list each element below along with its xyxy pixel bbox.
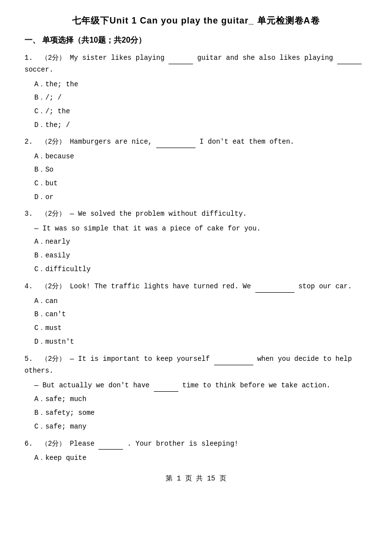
- q2-text-before: Hamburgers are nice,: [70, 138, 156, 146]
- q1-num: 1.: [24, 54, 37, 62]
- question-1-text: 1. （2分） My sister likes playing guitar a…: [24, 52, 368, 76]
- q1-blank1: [169, 64, 193, 64]
- q2-option-a: A．because: [34, 151, 368, 163]
- q5-line2: — But actually we don't have time to thi…: [34, 379, 368, 392]
- q3-option-c: C．difficultly: [34, 264, 368, 276]
- q4-num: 4.: [24, 282, 37, 290]
- q1-blank2: [337, 64, 362, 64]
- q5-dash: — It is important to keep yourself: [70, 355, 210, 363]
- q5-option-c: C．safe; many: [34, 421, 368, 433]
- page-footer: 第 1 页 共 15 页: [24, 474, 368, 483]
- q3-option-b: B．easily: [34, 250, 368, 262]
- q4-option-b: B．can't: [34, 309, 368, 321]
- section-header: 一、 单项选择（共10题；共20分）: [24, 35, 368, 46]
- question-4-text: 4. （2分） Look! The traffic lights have tu…: [24, 280, 368, 293]
- q2-blank1: [156, 148, 196, 148]
- q2-text-after: I don't eat them often.: [199, 138, 294, 146]
- q5-blank1: [214, 353, 253, 365]
- question-5-text: 5. （2分） — It is important to keep yourse…: [24, 353, 368, 377]
- q6-num: 6.: [24, 440, 37, 448]
- footer-page-text: 第 1 页 共 15 页: [166, 475, 226, 482]
- q2-num: 2.: [24, 138, 37, 146]
- q2-option-d: D．or: [34, 192, 368, 203]
- question-6: 6. （2分） Please . Your brother is sleepin…: [24, 438, 368, 465]
- q5-option-b: B．safety; some: [34, 407, 368, 419]
- q3-num: 3.: [24, 210, 37, 218]
- q5-score: （2分）: [41, 355, 66, 363]
- q6-text-after: . Your brother is sleeping!: [127, 440, 239, 448]
- q4-option-c: C．must: [34, 323, 368, 334]
- q2-option-b: B．So: [34, 164, 368, 176]
- q4-score: （2分）: [41, 282, 66, 290]
- q4-text-before: Look! The traffic lights have turned red…: [70, 282, 251, 290]
- q1-text-after: soccer.: [24, 66, 53, 74]
- question-4: 4. （2分） Look! The traffic lights have tu…: [24, 280, 368, 348]
- q1-option-b: B．/; /: [34, 92, 368, 104]
- q4-text-after: stop our car.: [298, 282, 352, 290]
- q1-text-before: My sister likes playing: [70, 54, 164, 62]
- q1-option-a: A．the; the: [34, 79, 368, 91]
- question-2-text: 2. （2分） Hamburgers are nice, I don't eat…: [24, 136, 368, 148]
- page-title: 七年级下Unit 1 Can you play the guitar_ 单元检测…: [24, 15, 368, 26]
- q3-line2: — It was so simple that it was a piece o…: [34, 223, 368, 235]
- q6-score: （2分）: [41, 440, 66, 448]
- q1-option-d: D．the; /: [34, 120, 368, 131]
- question-6-text: 6. （2分） Please . Your brother is sleepin…: [24, 438, 368, 450]
- q6-option-a: A．keep quite: [34, 453, 368, 464]
- q5-option-a: A．safe; much: [34, 394, 368, 405]
- q4-option-d: D．mustn't: [34, 336, 368, 348]
- question-5: 5. （2分） — It is important to keep yourse…: [24, 353, 368, 433]
- q3-option-a: A．nearly: [34, 236, 368, 248]
- q1-text-middle: guitar and she also likes playing: [197, 54, 333, 62]
- question-3-text: 3. （2分） — We solved the problem without …: [24, 208, 368, 220]
- q6-blank1: [98, 438, 123, 450]
- q1-option-c: C．/; the: [34, 106, 368, 118]
- q2-option-c: C．but: [34, 178, 368, 190]
- question-1: 1. （2分） My sister likes playing guitar a…: [24, 52, 368, 131]
- question-3: 3. （2分） — We solved the problem without …: [24, 208, 368, 276]
- q1-score: （2分）: [41, 54, 66, 62]
- q4-blank1: [255, 280, 294, 293]
- q6-text-before: Please: [70, 440, 94, 448]
- q5-num: 5.: [24, 355, 37, 363]
- q3-dash: — We solved the problem without difficul…: [70, 210, 246, 218]
- question-2: 2. （2分） Hamburgers are nice, I don't eat…: [24, 136, 368, 203]
- q5-blank2: [154, 379, 178, 392]
- q4-option-a: A．can: [34, 296, 368, 307]
- q2-score: （2分）: [41, 138, 66, 146]
- q3-score: （2分）: [41, 210, 66, 218]
